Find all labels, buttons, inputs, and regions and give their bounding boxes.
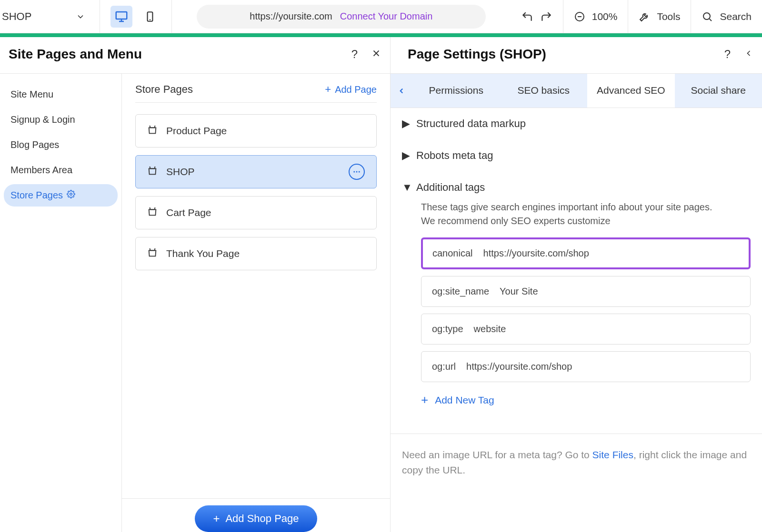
additional-tags-description: These tags give search engines important… [421, 200, 726, 228]
tab-label: Advanced SEO [597, 85, 665, 96]
connect-domain-link[interactable]: Connect Your Domain [340, 11, 433, 22]
svg-point-14 [359, 171, 360, 173]
redo-icon[interactable] [540, 10, 552, 23]
tag-key: og:url [432, 361, 456, 372]
tab-permissions[interactable]: Permissions [412, 74, 500, 108]
sidebar-item-members-area[interactable]: Members Area [4, 159, 118, 181]
svg-rect-0 [116, 12, 127, 19]
sidebar-item-signup-login[interactable]: Signup & Login [4, 108, 118, 131]
right-panel-title: Page Settings (SHOP) [408, 47, 546, 62]
tag-row-og-type[interactable]: og:type website [421, 314, 751, 345]
chevron-down-icon [76, 12, 85, 21]
add-shop-page-button[interactable]: + Add Shop Page [195, 505, 317, 532]
tab-seo-basics[interactable]: SEO basics [500, 74, 588, 108]
tab-advanced-seo[interactable]: Advanced SEO [587, 74, 675, 108]
accordion-title: Additional tags [416, 181, 485, 194]
page-item-shop[interactable]: SHOP [135, 155, 377, 188]
search-menu[interactable]: Search [691, 0, 762, 33]
tag-value: website [474, 324, 506, 335]
page-item-label: Cart Page [166, 207, 211, 218]
page-list: Product Page SHOP [135, 114, 377, 270]
search-label: Search [720, 11, 752, 22]
sidebar-item-label: Members Area [10, 165, 72, 176]
right-panel-footer: Need an image URL for a meta tag? Go to … [391, 433, 762, 477]
tag-row-og-url[interactable]: og:url https://yoursite.com/shop [421, 351, 751, 382]
svg-point-11 [70, 193, 72, 196]
tools-label: Tools [657, 11, 680, 22]
tag-value: https://yoursite.com/shop [483, 248, 589, 259]
page-item-more-button[interactable] [349, 164, 365, 180]
gear-icon [67, 190, 75, 201]
tab-label: SEO basics [517, 85, 570, 96]
site-selector[interactable]: SHOP [0, 0, 100, 33]
topbar: SHOP https://yoursite.com Connect Your D… [0, 0, 762, 33]
help-icon[interactable]: ? [724, 48, 731, 61]
add-page-button[interactable]: + Add Page [325, 83, 377, 96]
pages-header-title: Store Pages [135, 83, 193, 96]
accordion-additional-tags-toggle[interactable]: ▼ Additional tags [402, 181, 751, 194]
sidebar-item-blog-pages[interactable]: Blog Pages [4, 134, 118, 156]
accordion-robots[interactable]: ▶ Robots meta tag [391, 140, 762, 172]
accent-bar [0, 33, 762, 37]
close-icon[interactable] [371, 48, 381, 61]
page-item-label: Product Page [166, 125, 227, 137]
add-page-label: Add Page [335, 84, 377, 95]
tabs-scroll-left[interactable] [391, 74, 412, 108]
svg-line-8 [710, 19, 712, 20]
desktop-icon [114, 10, 129, 24]
sidebar: Site Menu Signup & Login Blog Pages Memb… [0, 74, 121, 532]
tag-row-canonical[interactable]: canonical https://yoursite.com/shop [421, 237, 751, 269]
triangle-right-icon: ▶ [402, 118, 409, 130]
footer-text-prefix: Need an image URL for a meta tag? Go to [402, 449, 592, 460]
tag-key: og:site_name [432, 286, 489, 297]
site-files-link[interactable]: Site Files [592, 449, 633, 460]
svg-point-13 [356, 171, 358, 173]
bag-icon [147, 166, 158, 178]
page-item-product[interactable]: Product Page [135, 114, 377, 148]
tag-value: Your Site [500, 286, 538, 297]
bag-icon [147, 247, 158, 260]
mobile-device-button[interactable] [139, 6, 161, 28]
triangle-right-icon: ▶ [402, 149, 409, 162]
tag-row-og-site-name[interactable]: og:site_name Your Site [421, 276, 751, 307]
help-icon[interactable]: ? [351, 48, 358, 61]
add-shop-label: Add Shop Page [225, 512, 299, 525]
add-tag-label: Add New Tag [435, 394, 494, 406]
tag-key: og:type [432, 324, 463, 335]
undo-redo [511, 0, 563, 33]
undo-icon[interactable] [521, 10, 533, 23]
tab-social-share[interactable]: Social share [675, 74, 762, 108]
page-item-thankyou[interactable]: Thank You Page [135, 237, 377, 270]
plus-icon: + [325, 83, 331, 96]
svg-point-12 [353, 171, 355, 173]
left-panel-title: Site Pages and Menu [9, 47, 142, 62]
add-new-tag-button[interactable]: + Add New Tag [421, 393, 751, 407]
zoom-control[interactable]: 100% [563, 0, 629, 33]
sidebar-item-store-pages[interactable]: Store Pages [4, 184, 118, 207]
settings-tabs: Permissions SEO basics Advanced SEO Soci… [391, 74, 762, 108]
pages-column: Store Pages + Add Page Product Page [121, 74, 390, 532]
zoom-value: 100% [592, 11, 618, 22]
bag-icon [147, 207, 158, 219]
search-icon [702, 11, 713, 22]
wrench-icon [639, 11, 650, 22]
device-toggle [100, 0, 172, 33]
zoom-out-icon [574, 11, 585, 22]
url-cell: https://yoursite.com Connect Your Domain [172, 0, 511, 33]
collapse-icon[interactable] [744, 49, 753, 60]
desktop-device-button[interactable] [110, 6, 132, 28]
tools-menu[interactable]: Tools [628, 0, 691, 33]
url-bar[interactable]: https://yoursite.com Connect Your Domain [197, 5, 486, 29]
accordion-title: Robots meta tag [416, 149, 493, 162]
accordion-structured-data[interactable]: ▶ Structured data markup [391, 108, 762, 140]
tag-value: https://yoursite.com/shop [466, 361, 572, 372]
page-item-label: SHOP [166, 166, 195, 177]
sidebar-item-label: Site Menu [10, 89, 53, 100]
site-url: https://yoursite.com [250, 11, 332, 22]
site-name: SHOP [2, 10, 31, 23]
page-item-cart[interactable]: Cart Page [135, 196, 377, 229]
sidebar-item-site-menu[interactable]: Site Menu [4, 83, 118, 106]
sidebar-item-label: Blog Pages [10, 139, 59, 150]
page-item-label: Thank You Page [166, 248, 240, 259]
accordion-title: Structured data markup [416, 118, 526, 130]
